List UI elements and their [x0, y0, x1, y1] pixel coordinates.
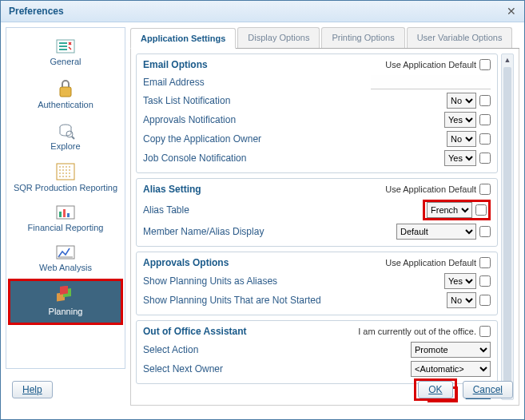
tab-display-options[interactable]: Display Options [237, 27, 320, 48]
section-title: Alias Setting [143, 184, 201, 195]
use-default-label: Use Application Default [385, 59, 491, 70]
row-checkbox[interactable] [479, 153, 491, 164]
section-email-options: Email Options Use Application Default Em… [136, 53, 498, 173]
section-title: Out of Office Assistant [143, 326, 247, 337]
planning-icon [54, 286, 78, 305]
sidebar-item-label: Explore [50, 141, 80, 151]
sidebar-item-financial[interactable]: Financial Reporting [8, 199, 123, 239]
row-label: Alias Table [143, 204, 189, 216]
sidebar-item-explore[interactable]: Explore [8, 116, 123, 157]
dialog-header: Preferences ✕ [1, 1, 524, 22]
tab-bar: Application Settings Display Options Pri… [130, 27, 519, 49]
ooo-status-label: I am currently out of the office. [358, 326, 491, 337]
sidebar-item-authentication[interactable]: Authentication [8, 73, 123, 116]
sqr-icon [55, 162, 76, 181]
svg-rect-1 [60, 87, 71, 97]
help-button[interactable]: Help [12, 381, 53, 398]
section-title: Approvals Options [143, 257, 229, 268]
vertical-scrollbar[interactable]: ▲ ▼ [501, 53, 514, 400]
scroll-thumb[interactable] [503, 67, 511, 386]
svg-rect-6 [59, 212, 62, 217]
section-approvals-options: Approvals Options Use Application Defaul… [136, 252, 498, 315]
svg-rect-7 [63, 209, 66, 217]
show-not-started-select[interactable]: No [447, 292, 476, 308]
dialog-title: Preferences [9, 6, 64, 17]
select-action-select[interactable]: Promote [411, 342, 491, 358]
sidebar: General Authentication Explore SQR Produ… [6, 27, 125, 369]
use-default-checkbox[interactable] [479, 257, 491, 268]
section-out-of-office: Out of Office Assistant I am currently o… [136, 320, 498, 384]
row-label: Select Action [143, 344, 198, 355]
section-title: Email Options [143, 59, 208, 70]
row-checkbox[interactable] [479, 295, 491, 306]
row-checkbox[interactable] [475, 204, 487, 216]
explore-icon [56, 121, 75, 140]
use-default-checkbox[interactable] [479, 184, 491, 195]
row-checkbox[interactable] [479, 133, 491, 145]
main-panel: Application Settings Display Options Pri… [130, 27, 519, 369]
dialog-body: General Authentication Explore SQR Produ… [1, 22, 524, 374]
tab-printing-options[interactable]: Printing Options [321, 27, 404, 48]
sidebar-item-label: Authentication [38, 100, 93, 109]
row-label: Show Planning Units as Aliases [143, 275, 277, 287]
svg-rect-4 [57, 164, 74, 180]
email-address-input[interactable] [371, 75, 491, 89]
row-checkbox[interactable] [479, 275, 491, 287]
sidebar-item-planning[interactable]: Planning [8, 279, 123, 325]
ooo-checkbox[interactable] [479, 326, 491, 337]
show-alias-select[interactable]: Yes [444, 273, 476, 289]
sidebar-item-web-analysis[interactable]: Web Analysis [8, 239, 123, 279]
svg-rect-12 [60, 286, 68, 295]
close-icon[interactable]: ✕ [507, 5, 516, 18]
sidebar-item-label: SQR Production Reporting [14, 183, 117, 192]
sidebar-item-label: Web Analysis [39, 263, 92, 272]
sidebar-item-label: General [50, 57, 81, 66]
member-name-select[interactable]: Default [396, 224, 476, 240]
sidebar-item-label: Planning [49, 307, 83, 316]
financial-icon [54, 204, 77, 221]
approvals-select[interactable]: Yes [444, 112, 476, 128]
row-label: Select Next Owner [143, 363, 223, 374]
row-label: Task List Notification [143, 95, 230, 106]
row-label: Job Console Notification [143, 153, 246, 164]
web-analysis-icon [54, 244, 77, 261]
task-list-select[interactable]: No [447, 93, 476, 109]
select-next-owner-select[interactable]: <Automatic> [411, 361, 491, 377]
tab-application-settings[interactable]: Application Settings [130, 28, 236, 49]
sidebar-item-label: Financial Reporting [28, 223, 104, 232]
row-label: Member Name/Alias Display [143, 226, 264, 237]
scroll-up-icon[interactable]: ▲ [504, 56, 511, 64]
general-icon [54, 38, 77, 55]
row-label: Email Address [143, 77, 205, 88]
use-default-label: Use Application Default [385, 257, 491, 268]
tab-user-variable-options[interactable]: User Variable Options [407, 27, 513, 48]
section-alias-setting: Alias Setting Use Application Default Al… [136, 178, 498, 247]
row-checkbox[interactable] [479, 226, 491, 237]
use-default-checkbox[interactable] [479, 59, 491, 70]
cancel-button[interactable]: Cancel [463, 381, 513, 398]
row-checkbox[interactable] [479, 95, 491, 106]
job-console-select[interactable]: Yes [444, 150, 476, 166]
sidebar-item-general[interactable]: General [8, 33, 123, 73]
settings-panel: Email Options Use Application Default Em… [136, 53, 498, 400]
sidebar-item-sqr[interactable]: SQR Production Reporting [8, 157, 123, 199]
copy-owner-select[interactable]: No [447, 131, 476, 147]
svg-rect-8 [67, 213, 70, 217]
alias-table-select[interactable]: French [427, 202, 472, 218]
ok-button[interactable]: OK [418, 381, 452, 398]
row-label: Show Planning Units That are Not Started [143, 295, 321, 306]
use-default-label: Use Application Default [385, 184, 491, 195]
lock-icon [56, 77, 75, 98]
row-label: Copy the Application Owner [143, 133, 261, 145]
row-checkbox[interactable] [479, 114, 491, 125]
row-label: Approvals Notification [143, 114, 236, 125]
